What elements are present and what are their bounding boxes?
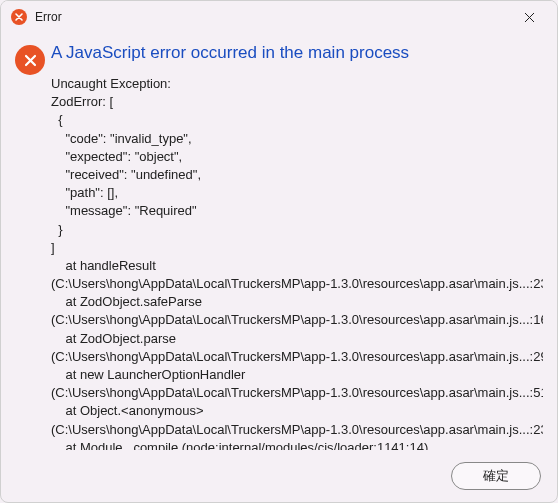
- error-icon: [15, 45, 45, 75]
- error-icon: [11, 9, 27, 25]
- icon-column: [15, 43, 51, 450]
- close-button[interactable]: [509, 3, 549, 31]
- ok-button[interactable]: 確定: [451, 462, 541, 490]
- dialog-heading: A JavaScript error occurred in the main …: [51, 43, 543, 63]
- titlebar: Error: [1, 1, 557, 33]
- text-column: A JavaScript error occurred in the main …: [51, 43, 543, 450]
- dialog-content: A JavaScript error occurred in the main …: [1, 33, 557, 450]
- close-icon: [524, 12, 535, 23]
- dialog-body: Uncaught Exception: ZodError: [ { "code"…: [51, 75, 543, 450]
- window-title: Error: [35, 10, 509, 24]
- dialog-footer: 確定: [1, 450, 557, 502]
